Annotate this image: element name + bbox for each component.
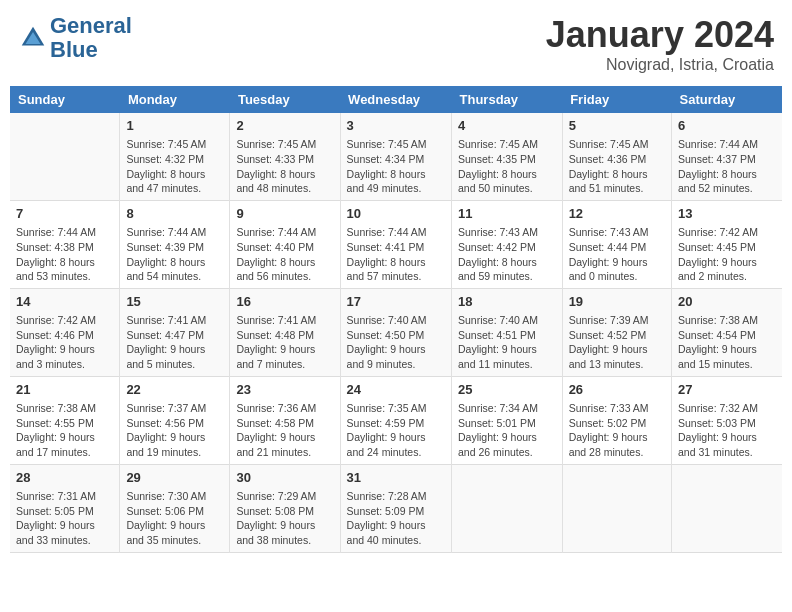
day-cell: 7Sunrise: 7:44 AMSunset: 4:38 PMDaylight…	[10, 200, 120, 288]
day-number: 12	[569, 205, 665, 223]
day-cell: 20Sunrise: 7:38 AMSunset: 4:54 PMDayligh…	[672, 288, 782, 376]
day-number: 21	[16, 381, 113, 399]
day-info-text: Daylight: 9 hours	[569, 342, 665, 357]
day-info-text: Daylight: 9 hours	[126, 430, 223, 445]
day-cell: 1Sunrise: 7:45 AMSunset: 4:32 PMDaylight…	[120, 113, 230, 200]
day-number: 26	[569, 381, 665, 399]
day-info-text: Sunrise: 7:31 AM	[16, 489, 113, 504]
day-info-text: and 47 minutes.	[126, 181, 223, 196]
day-cell: 8Sunrise: 7:44 AMSunset: 4:39 PMDaylight…	[120, 200, 230, 288]
logo-text: General Blue	[50, 14, 132, 62]
day-info-text: Daylight: 9 hours	[569, 255, 665, 270]
day-info-text: Daylight: 9 hours	[347, 518, 445, 533]
day-info-text: and 11 minutes.	[458, 357, 556, 372]
day-info-text: and 33 minutes.	[16, 533, 113, 548]
day-cell: 29Sunrise: 7:30 AMSunset: 5:06 PMDayligh…	[120, 464, 230, 552]
day-info-text: Sunrise: 7:34 AM	[458, 401, 556, 416]
day-info-text: Daylight: 9 hours	[16, 430, 113, 445]
day-info-text: Sunrise: 7:45 AM	[126, 137, 223, 152]
day-info-text: and 53 minutes.	[16, 269, 113, 284]
day-info-text: and 0 minutes.	[569, 269, 665, 284]
day-cell: 12Sunrise: 7:43 AMSunset: 4:44 PMDayligh…	[562, 200, 671, 288]
day-info-text: and 19 minutes.	[126, 445, 223, 460]
day-info-text: Sunset: 4:44 PM	[569, 240, 665, 255]
day-info-text: Sunset: 4:55 PM	[16, 416, 113, 431]
day-info-text: Sunrise: 7:44 AM	[347, 225, 445, 240]
day-cell: 2Sunrise: 7:45 AMSunset: 4:33 PMDaylight…	[230, 113, 340, 200]
day-cell: 15Sunrise: 7:41 AMSunset: 4:47 PMDayligh…	[120, 288, 230, 376]
day-number: 29	[126, 469, 223, 487]
day-cell: 11Sunrise: 7:43 AMSunset: 4:42 PMDayligh…	[452, 200, 563, 288]
day-info-text: Sunset: 4:36 PM	[569, 152, 665, 167]
day-cell: 16Sunrise: 7:41 AMSunset: 4:48 PMDayligh…	[230, 288, 340, 376]
day-number: 14	[16, 293, 113, 311]
day-info-text: and 56 minutes.	[236, 269, 333, 284]
day-info-text: Daylight: 9 hours	[16, 518, 113, 533]
day-number: 4	[458, 117, 556, 135]
day-info-text: Sunrise: 7:44 AM	[678, 137, 776, 152]
day-info-text: Sunset: 5:09 PM	[347, 504, 445, 519]
day-info-text: Sunrise: 7:40 AM	[458, 313, 556, 328]
day-info-text: and 38 minutes.	[236, 533, 333, 548]
day-info-text: and 35 minutes.	[126, 533, 223, 548]
day-info-text: Daylight: 9 hours	[347, 430, 445, 445]
header-row: SundayMondayTuesdayWednesdayThursdayFrid…	[10, 86, 782, 113]
day-info-text: Sunrise: 7:41 AM	[126, 313, 223, 328]
day-number: 2	[236, 117, 333, 135]
day-info-text: and 7 minutes.	[236, 357, 333, 372]
day-number: 6	[678, 117, 776, 135]
day-info-text: Daylight: 9 hours	[126, 342, 223, 357]
day-info-text: Sunset: 4:45 PM	[678, 240, 776, 255]
day-info-text: Daylight: 8 hours	[236, 255, 333, 270]
day-cell	[672, 464, 782, 552]
logo-icon	[18, 23, 48, 53]
day-info-text: Sunrise: 7:40 AM	[347, 313, 445, 328]
day-number: 23	[236, 381, 333, 399]
day-info-text: and 49 minutes.	[347, 181, 445, 196]
day-info-text: Sunrise: 7:33 AM	[569, 401, 665, 416]
day-cell: 27Sunrise: 7:32 AMSunset: 5:03 PMDayligh…	[672, 376, 782, 464]
day-info-text: Sunset: 4:52 PM	[569, 328, 665, 343]
day-info-text: and 13 minutes.	[569, 357, 665, 372]
day-info-text: Sunrise: 7:44 AM	[236, 225, 333, 240]
day-info-text: and 31 minutes.	[678, 445, 776, 460]
col-header-wednesday: Wednesday	[340, 86, 451, 113]
day-cell: 25Sunrise: 7:34 AMSunset: 5:01 PMDayligh…	[452, 376, 563, 464]
day-info-text: Sunrise: 7:45 AM	[569, 137, 665, 152]
day-info-text: and 57 minutes.	[347, 269, 445, 284]
day-info-text: Sunrise: 7:30 AM	[126, 489, 223, 504]
day-cell: 4Sunrise: 7:45 AMSunset: 4:35 PMDaylight…	[452, 113, 563, 200]
day-cell: 13Sunrise: 7:42 AMSunset: 4:45 PMDayligh…	[672, 200, 782, 288]
day-info-text: Sunrise: 7:37 AM	[126, 401, 223, 416]
day-info-text: and 52 minutes.	[678, 181, 776, 196]
day-info-text: Sunset: 4:39 PM	[126, 240, 223, 255]
day-cell: 6Sunrise: 7:44 AMSunset: 4:37 PMDaylight…	[672, 113, 782, 200]
day-info-text: Daylight: 9 hours	[569, 430, 665, 445]
day-info-text: Daylight: 9 hours	[458, 430, 556, 445]
col-header-monday: Monday	[120, 86, 230, 113]
day-info-text: Sunset: 4:42 PM	[458, 240, 556, 255]
day-info-text: Sunrise: 7:35 AM	[347, 401, 445, 416]
day-cell: 21Sunrise: 7:38 AMSunset: 4:55 PMDayligh…	[10, 376, 120, 464]
day-info-text: Sunrise: 7:36 AM	[236, 401, 333, 416]
day-number: 28	[16, 469, 113, 487]
day-info-text: Sunrise: 7:45 AM	[458, 137, 556, 152]
day-number: 24	[347, 381, 445, 399]
location-subtitle: Novigrad, Istria, Croatia	[546, 56, 774, 74]
week-row-3: 14Sunrise: 7:42 AMSunset: 4:46 PMDayligh…	[10, 288, 782, 376]
day-cell: 10Sunrise: 7:44 AMSunset: 4:41 PMDayligh…	[340, 200, 451, 288]
day-info-text: Sunrise: 7:45 AM	[347, 137, 445, 152]
week-row-1: 1Sunrise: 7:45 AMSunset: 4:32 PMDaylight…	[10, 113, 782, 200]
day-info-text: Daylight: 8 hours	[569, 167, 665, 182]
day-cell: 3Sunrise: 7:45 AMSunset: 4:34 PMDaylight…	[340, 113, 451, 200]
week-row-5: 28Sunrise: 7:31 AMSunset: 5:05 PMDayligh…	[10, 464, 782, 552]
day-info-text: Daylight: 9 hours	[678, 255, 776, 270]
day-info-text: Sunrise: 7:45 AM	[236, 137, 333, 152]
day-number: 31	[347, 469, 445, 487]
col-header-sunday: Sunday	[10, 86, 120, 113]
day-number: 15	[126, 293, 223, 311]
day-number: 11	[458, 205, 556, 223]
day-info-text: Daylight: 8 hours	[126, 167, 223, 182]
day-info-text: and 21 minutes.	[236, 445, 333, 460]
day-cell: 5Sunrise: 7:45 AMSunset: 4:36 PMDaylight…	[562, 113, 671, 200]
